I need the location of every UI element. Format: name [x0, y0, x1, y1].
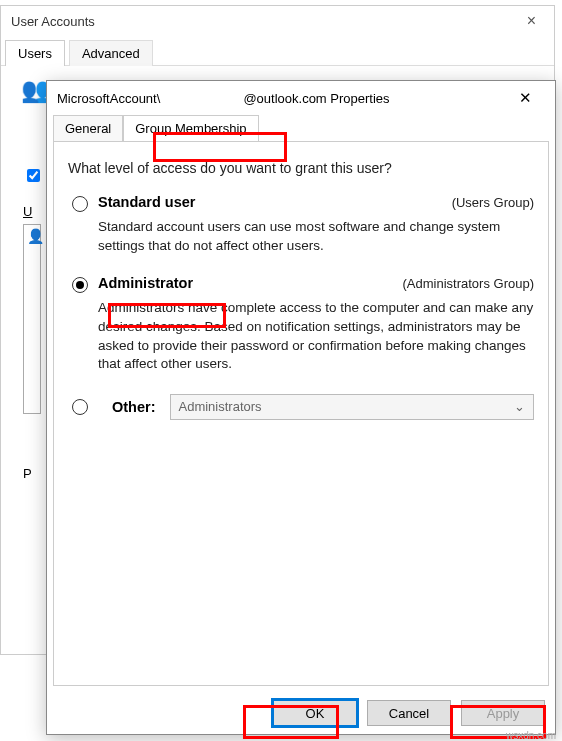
radio-other[interactable]: [72, 399, 88, 415]
standard-title: Standard user: [98, 194, 196, 210]
option-administrator[interactable]: Administrator (Administrators Group): [68, 275, 534, 293]
standard-desc: Standard account users can use most soft…: [98, 218, 534, 255]
bg-p-label: P: [23, 466, 32, 481]
tab-group-membership[interactable]: Group Membership: [123, 115, 258, 142]
standard-group: (Users Group): [452, 195, 534, 210]
title-suffix: @outlook.com Properties: [243, 91, 389, 106]
bg-checkbox[interactable]: [27, 169, 40, 182]
tab-general[interactable]: General: [53, 115, 123, 142]
other-combo[interactable]: Administrators ⌄: [170, 394, 535, 420]
fg-tabstrip: General Group Membership: [47, 115, 555, 141]
bg-checkbox-row[interactable]: [23, 166, 43, 185]
chevron-down-icon: ⌄: [514, 399, 525, 414]
bg-tabstrip: Users Advanced: [1, 40, 554, 66]
tab-users[interactable]: Users: [5, 40, 65, 66]
bg-u-label: U: [23, 204, 32, 219]
dialog-buttons: OK Cancel Apply: [47, 692, 555, 734]
fg-title-text: MicrosoftAccount\ @outlook.com Propertie…: [57, 91, 505, 106]
question-text: What level of access do you want to gran…: [68, 160, 534, 176]
bg-title-text: User Accounts: [11, 14, 95, 29]
close-icon[interactable]: ✕: [505, 89, 545, 107]
option-other[interactable]: Other: Administrators ⌄: [68, 394, 534, 420]
admin-desc: Administrators have complete access to t…: [98, 299, 534, 374]
properties-dialog: MicrosoftAccount\ @outlook.com Propertie…: [46, 80, 556, 735]
watermark: wsxdn.com: [506, 730, 556, 741]
close-icon[interactable]: ×: [519, 12, 544, 30]
tab-advanced[interactable]: Advanced: [69, 40, 153, 66]
option-standard[interactable]: Standard user (Users Group): [68, 194, 534, 212]
fg-panel: What level of access do you want to gran…: [53, 141, 549, 686]
apply-button[interactable]: Apply: [461, 700, 545, 726]
other-combo-value: Administrators: [179, 399, 262, 414]
title-prefix: MicrosoftAccount\: [57, 91, 160, 106]
bg-listbox[interactable]: 👤: [23, 224, 41, 414]
bg-titlebar: User Accounts ×: [1, 6, 554, 36]
admin-group: (Administrators Group): [403, 276, 534, 291]
admin-title: Administrator: [98, 275, 193, 291]
ok-button[interactable]: OK: [273, 700, 357, 726]
fg-titlebar: MicrosoftAccount\ @outlook.com Propertie…: [47, 81, 555, 115]
person-icon: 👤: [27, 228, 37, 244]
cancel-button[interactable]: Cancel: [367, 700, 451, 726]
radio-standard[interactable]: [72, 196, 88, 212]
other-title: Other:: [112, 399, 156, 415]
radio-administrator[interactable]: [72, 277, 88, 293]
